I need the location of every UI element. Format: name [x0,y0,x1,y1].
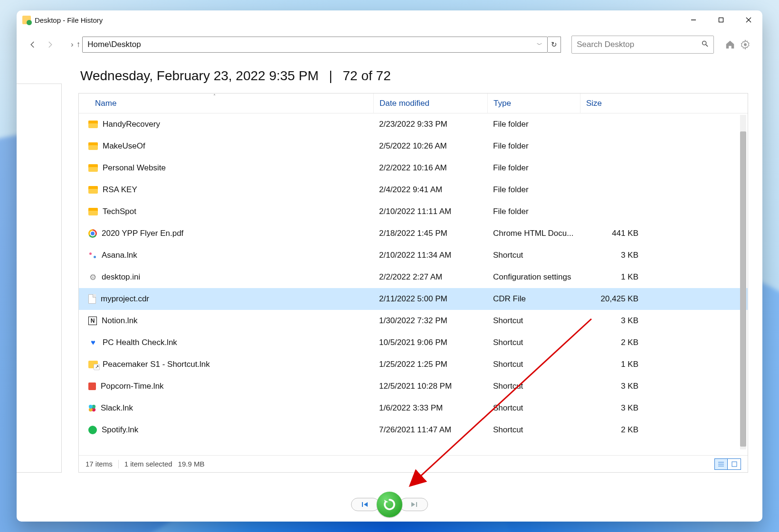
minimize-button[interactable] [680,10,707,29]
file-name: Personal Website [103,163,166,173]
scrollbar[interactable] [740,115,746,449]
status-selected: 1 item selected [124,460,172,468]
toolbar-extra [724,39,751,50]
body: Wednesday, February 23, 2022 9:35 PM | 7… [17,60,762,487]
folder-icon [88,186,98,194]
file-type: Configuration settings [487,272,580,282]
maximize-button[interactable] [707,10,735,29]
file-date: 2/10/2022 11:34 AM [373,251,487,260]
svg-point-6 [744,43,747,46]
next-version-button[interactable] [399,498,428,511]
bottom-controls [17,487,762,522]
file-type: File folder [487,120,580,129]
file-date: 1/30/2022 7:32 PM [373,316,487,326]
toolbar: › ↑ Home\Desktop ﹀ ↻ [17,29,762,60]
column-type[interactable]: Type [487,93,580,113]
file-row[interactable]: ♥PC Health Check.lnk10/5/2021 9:06 PMSho… [79,332,748,354]
search-box[interactable] [571,36,714,54]
file-row[interactable]: RSA KEY2/4/2022 9:41 AMFile folder [79,179,748,201]
file-name: Slack.lnk [101,403,133,413]
column-date[interactable]: Date modified [373,93,487,113]
file-row[interactable]: Personal Website2/2/2022 10:16 AMFile fo… [79,157,748,179]
file-size: 3 KB [580,316,644,326]
file-row[interactable]: HandyRecovery2/23/2022 9:33 PMFile folde… [79,113,748,135]
gear-icon[interactable] [740,39,751,50]
file-row[interactable]: 2020 YPP Flyer En.pdf2/18/2022 1:45 PMCh… [79,223,748,244]
file-date: 12/5/2021 10:28 PM [373,382,487,391]
file-size: 2 KB [580,338,644,347]
search-input[interactable] [577,40,701,49]
file-type: Shortcut [487,382,580,391]
file-type: Shortcut [487,316,580,326]
column-size[interactable]: Size [580,93,644,113]
file-row[interactable]: NNotion.lnk1/30/2022 7:32 PMShortcut3 KB [79,310,748,332]
folder-icon [88,208,98,215]
file-icon [88,294,96,304]
file-history-window: Desktop - File History › ↑ Home\Desktop [17,10,762,522]
back-button[interactable] [26,38,39,51]
details-view-button[interactable] [714,458,728,470]
scrollbar-thumb[interactable] [740,131,746,447]
file-date: 2/2/2022 10:16 AM [373,163,487,173]
restore-button[interactable] [377,492,402,517]
path-area: › ↑ Home\Desktop ﹀ ↻ [70,37,561,53]
file-row[interactable]: Spotify.lnk7/26/2021 11:47 AMShortcut2 K… [79,419,748,441]
file-name: HandyRecovery [103,120,160,129]
file-name: PC Health Check.lnk [103,338,177,347]
home-icon[interactable] [724,39,736,50]
rows-container: HandyRecovery2/23/2022 9:33 PMFile folde… [79,113,748,441]
file-row[interactable]: MakeUseOf2/5/2022 10:26 AMFile folder [79,135,748,157]
file-name: Spotify.lnk [102,425,138,435]
file-row[interactable]: ⚙desktop.ini2/2/2022 2:27 AMConfiguratio… [79,266,748,288]
path-text: Home\Desktop [87,40,141,49]
file-size: 2 KB [580,425,644,435]
file-row[interactable]: myproject.cdr2/11/2022 5:00 PMCDR File20… [79,288,748,310]
file-row[interactable]: TechSpot2/10/2022 11:11 AMFile folder [79,201,748,223]
file-size: 1 KB [580,360,644,369]
folder-icon [88,142,98,150]
up-button[interactable]: ↑ [75,40,83,49]
column-name[interactable]: Name [79,99,373,108]
health-icon: ♥ [88,338,98,347]
sort-indicator-icon: ˄ [213,93,216,99]
file-name: RSA KEY [103,185,137,195]
search-icon[interactable] [701,40,709,50]
file-list: ˄ Name Date modified Type Size HandyReco… [78,93,748,473]
file-size: 3 KB [580,382,644,391]
file-type: File folder [487,207,580,216]
file-row[interactable]: Slack.lnk1/6/2022 3:33 PMShortcut3 KB [79,397,748,419]
file-size: 441 KB [580,229,644,238]
file-row[interactable]: Peacemaker S1 - Shortcut.lnk1/25/2022 1:… [79,354,748,375]
file-type: Shortcut [487,425,580,435]
file-name: Peacemaker S1 - Shortcut.lnk [103,360,210,369]
status-bar: 17 items 1 item selected 19.9 MB [79,455,748,472]
close-button[interactable] [735,10,762,29]
file-row[interactable]: Popcorn-Time.lnk12/5/2021 10:28 PMShortc… [79,375,748,397]
prev-version-button[interactable] [351,498,380,511]
svg-rect-10 [732,462,737,467]
chevron-down-icon[interactable]: ﹀ [537,41,542,49]
status-size: 19.9 MB [178,460,205,468]
address-bar[interactable]: Home\Desktop ﹀ [82,37,548,53]
file-date: 1/6/2022 3:33 PM [373,403,487,413]
file-size: 3 KB [580,403,644,413]
refresh-button[interactable]: ↻ [548,37,561,53]
file-date: 2/2/2022 2:27 AM [373,272,487,282]
left-panel [17,84,62,473]
file-name: myproject.cdr [101,294,149,304]
svg-rect-12 [416,502,417,507]
separator: | [322,68,339,83]
file-type: Chrome HTML Docu... [487,229,580,238]
spotify-icon [88,426,97,434]
column-headers: ˄ Name Date modified Type Size [79,93,748,113]
file-date: 2/23/2022 9:33 PM [373,120,487,129]
settings-file-icon: ⚙ [88,273,97,281]
svg-line-5 [706,45,708,47]
file-type: Shortcut [487,403,580,413]
forward-button[interactable] [43,38,57,51]
file-name: 2020 YPP Flyer En.pdf [102,229,183,238]
icons-view-button[interactable] [728,458,741,470]
file-row[interactable]: Asana.lnk2/10/2022 11:34 AMShortcut3 KB [79,244,748,266]
file-type: File folder [487,141,580,151]
popcorn-icon [88,383,96,390]
